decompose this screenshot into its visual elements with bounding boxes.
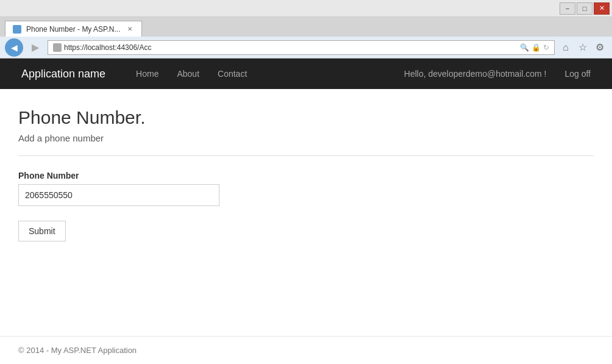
page-subtitle: Add a phone number — [18, 133, 594, 143]
app-nav-right: Hello, developerdemo@hotmail.com ! Log o… — [395, 60, 600, 88]
address-bar: ◀ ▶ 🔍 🔒 ↻ ⌂ ☆ ⚙ — [0, 37, 612, 59]
refresh-icon[interactable]: ↻ — [543, 43, 549, 52]
url-bar: 🔍 🔒 ↻ — [48, 40, 555, 55]
maximize-button[interactable]: □ — [577, 2, 592, 15]
nav-link-about[interactable]: About — [168, 60, 208, 88]
title-bar: − □ ✕ — [0, 0, 612, 17]
content-divider — [18, 155, 594, 156]
url-favicon — [53, 43, 62, 52]
phone-number-form-group: Phone Number — [18, 171, 594, 206]
submit-button[interactable]: Submit — [18, 221, 66, 241]
tab-bar: Phone Number - My ASP.N... ✕ — [0, 17, 612, 37]
main-content: Phone Number. Add a phone number Phone N… — [0, 89, 612, 254]
favorites-icon[interactable]: ☆ — [575, 40, 590, 55]
settings-icon[interactable]: ⚙ — [592, 40, 607, 55]
phone-number-input[interactable] — [18, 184, 219, 206]
nav-link-contact[interactable]: Contact — [208, 60, 256, 88]
back-button[interactable]: ◀ — [5, 38, 23, 57]
close-button[interactable]: ✕ — [594, 2, 610, 15]
browser-window: − □ ✕ Phone Number - My ASP.N... ✕ ◀ ▶ 🔍… — [0, 0, 612, 364]
tab-close-icon[interactable]: ✕ — [126, 25, 134, 34]
lock-icon: 🔒 — [532, 43, 541, 52]
search-icon: 🔍 — [520, 43, 529, 52]
user-greeting: Hello, developerdemo@hotmail.com ! — [395, 60, 556, 88]
page-footer: © 2014 - My ASP.NET Application — [0, 336, 612, 364]
tab-favicon — [13, 25, 21, 34]
app-navbar: Application name Home About Contact Hell… — [0, 59, 612, 89]
browser-tab[interactable]: Phone Number - My ASP.N... ✕ — [5, 21, 142, 37]
browser-toolbar: ⌂ ☆ ⚙ — [558, 40, 607, 55]
page-title: Phone Number. — [18, 107, 594, 128]
footer-text: © 2014 - My ASP.NET Application — [18, 346, 137, 355]
app-nav-links: Home About Contact — [127, 60, 256, 88]
phone-number-label: Phone Number — [18, 171, 594, 180]
url-input[interactable] — [64, 43, 518, 52]
tab-title: Phone Number - My ASP.N... — [26, 25, 121, 34]
logoff-link[interactable]: Log off — [555, 60, 600, 88]
forward-button[interactable]: ▶ — [27, 40, 44, 55]
app-brand[interactable]: Application name — [12, 59, 115, 90]
title-bar-buttons: − □ ✕ — [560, 2, 610, 15]
nav-link-home[interactable]: Home — [127, 60, 168, 88]
home-icon[interactable]: ⌂ — [558, 40, 573, 55]
page-content: Application name Home About Contact Hell… — [0, 59, 612, 364]
minimize-button[interactable]: − — [560, 2, 575, 15]
